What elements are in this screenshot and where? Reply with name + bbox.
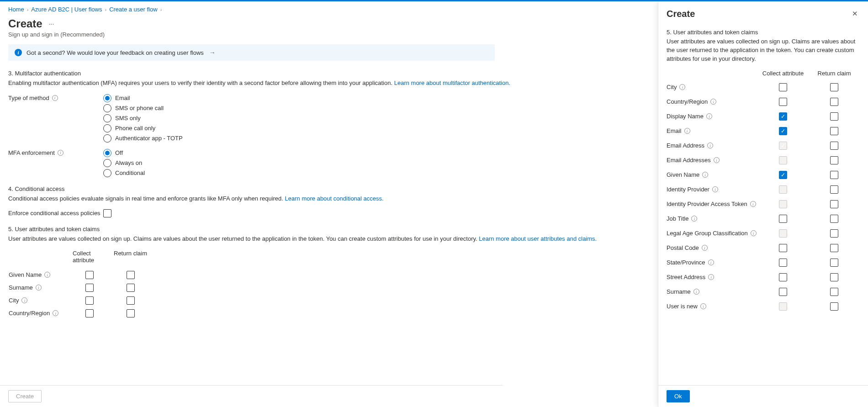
info-icon[interactable]: i (693, 289, 699, 295)
info-icon[interactable]: i (691, 216, 697, 222)
checkbox-collect (779, 156, 787, 164)
checkbox-collect[interactable] (779, 127, 787, 135)
attr-name: Given Name (667, 171, 699, 178)
radio-icon (103, 124, 111, 132)
checkbox-collect[interactable] (85, 271, 94, 279)
checkbox-enforce-ca[interactable] (103, 209, 111, 217)
info-icon[interactable]: i (700, 303, 706, 309)
table-row: Legal Age Group Classificationi (667, 229, 860, 238)
checkbox-collect[interactable] (85, 309, 94, 317)
close-icon[interactable]: ✕ (850, 8, 860, 20)
checkbox-return[interactable] (830, 259, 838, 267)
checkbox-collect[interactable] (779, 215, 787, 223)
attr-name: State/Province (667, 259, 705, 266)
checkbox-collect[interactable] (779, 98, 787, 106)
checkbox-return[interactable] (830, 273, 838, 281)
checkbox-collect[interactable] (779, 112, 787, 121)
info-icon[interactable]: i (52, 95, 58, 101)
panel-title: Create (667, 9, 695, 19)
more-icon[interactable]: ··· (47, 19, 56, 28)
radio-enforcement-always[interactable]: Always on (103, 159, 145, 167)
checkbox-collect (779, 200, 787, 208)
radio-enforcement-off[interactable]: Off (103, 149, 145, 157)
panel-col-return: Return claim (809, 70, 860, 77)
checkbox-collect[interactable] (779, 288, 787, 296)
link-mfa-learn-more[interactable]: Learn more about multifactor authenticat… (394, 79, 510, 86)
breadcrumb-b2c[interactable]: Azure AD B2C | User flows (31, 6, 102, 13)
info-icon[interactable]: i (707, 143, 713, 148)
table-row: Identity Provider Access Tokeni (667, 200, 860, 208)
checkbox-return[interactable] (830, 185, 838, 194)
create-button[interactable]: Create (8, 390, 42, 402)
info-icon[interactable]: i (679, 84, 685, 90)
checkbox-return[interactable] (830, 142, 838, 150)
checkbox-return[interactable] (830, 215, 838, 223)
info-icon[interactable]: i (708, 259, 714, 265)
panel-section-desc: User attributes are values collected on … (667, 37, 860, 63)
info-icon[interactable]: i (702, 172, 708, 178)
link-attrs-learn-more[interactable]: Learn more about user attributes and cla… (479, 235, 597, 242)
info-icon[interactable]: i (706, 113, 712, 119)
info-icon[interactable]: i (702, 245, 708, 251)
checkbox-return[interactable] (830, 200, 838, 208)
link-ca-learn-more[interactable]: Learn more about conditional access. (285, 195, 384, 202)
attr-name: Identity Provider (667, 186, 709, 193)
info-icon[interactable]: i (708, 274, 714, 280)
footer-bar: Create (0, 385, 503, 407)
checkbox-return[interactable] (830, 244, 838, 252)
checkbox-return[interactable] (127, 296, 135, 305)
breadcrumb-home[interactable]: Home (8, 6, 24, 13)
banner-text: Got a second? We would love your feedbac… (26, 49, 204, 56)
checkbox-return[interactable] (127, 271, 135, 279)
table-row: Postal Codei (667, 244, 860, 252)
table-row: Identity Provideri (667, 185, 860, 194)
chevron-right-icon: › (160, 7, 162, 12)
checkbox-collect[interactable] (779, 171, 787, 179)
checkbox-collect[interactable] (779, 244, 787, 252)
info-icon[interactable]: i (714, 157, 720, 163)
radio-mfa-sms-only[interactable]: SMS only (103, 114, 183, 122)
checkbox-return[interactable] (830, 127, 838, 135)
radio-icon (103, 149, 111, 157)
info-icon[interactable]: i (684, 128, 690, 134)
info-icon[interactable]: i (712, 186, 718, 192)
checkbox-return[interactable] (830, 98, 838, 106)
radio-enforcement-conditional[interactable]: Conditional (103, 169, 145, 177)
info-icon[interactable]: i (710, 99, 716, 105)
checkbox-return[interactable] (830, 156, 838, 164)
checkbox-collect[interactable] (85, 296, 94, 305)
table-row: User is newi (667, 302, 860, 311)
checkbox-collect (779, 185, 787, 194)
radio-mfa-sms-phone[interactable]: SMS or phone call (103, 104, 183, 112)
radio-mfa-phone-only[interactable]: Phone call only (103, 124, 183, 132)
breadcrumb-create-uf[interactable]: Create a user flow (109, 6, 158, 13)
checkbox-collect[interactable] (779, 273, 787, 281)
info-icon[interactable]: i (58, 150, 64, 156)
checkbox-collect (779, 302, 787, 311)
panel-col-collect: Collect attribute (757, 70, 809, 77)
radio-mfa-totp[interactable]: Authenticator app - TOTP (103, 134, 183, 143)
info-icon[interactable]: i (751, 230, 757, 236)
info-icon[interactable]: i (53, 310, 58, 316)
chevron-right-icon: › (27, 7, 29, 12)
checkbox-collect[interactable] (779, 259, 787, 267)
info-icon[interactable]: i (750, 201, 756, 207)
info-icon[interactable]: i (44, 272, 50, 278)
checkbox-return[interactable] (830, 302, 838, 311)
checkbox-collect[interactable] (779, 83, 787, 91)
table-row: Surnamei (667, 288, 860, 296)
checkbox-collect[interactable] (85, 284, 94, 292)
checkbox-return[interactable] (830, 288, 838, 296)
checkbox-return[interactable] (830, 112, 838, 121)
checkbox-return[interactable] (830, 229, 838, 238)
ok-button[interactable]: Ok (667, 390, 690, 402)
radio-mfa-email[interactable]: Email (103, 94, 183, 102)
checkbox-return[interactable] (127, 284, 135, 292)
table-row: Street Addressi (667, 273, 860, 281)
checkbox-return[interactable] (830, 171, 838, 179)
feedback-banner[interactable]: i Got a second? We would love your feedb… (8, 44, 495, 61)
checkbox-return[interactable] (127, 309, 135, 317)
checkbox-return[interactable] (830, 83, 838, 91)
info-icon[interactable]: i (36, 285, 42, 291)
info-icon[interactable]: i (21, 297, 27, 303)
